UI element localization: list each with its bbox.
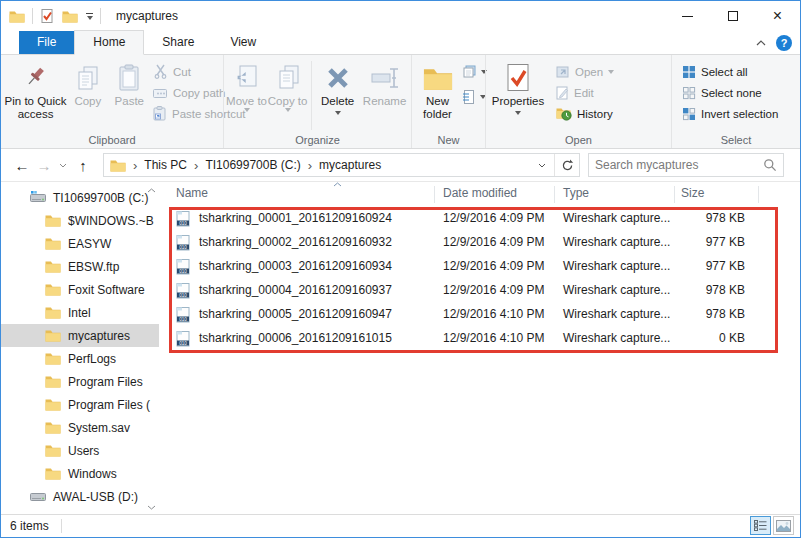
folder-icon [45,467,61,480]
up-button[interactable]: ↑ [71,158,95,173]
status-separator [61,519,62,533]
new-folder-quick-icon[interactable] [62,10,78,23]
scroll-down-icon[interactable] [147,505,156,510]
tab-share[interactable]: Share [144,31,212,54]
history-icon [556,106,572,121]
wireshark-file-icon [176,307,190,323]
tab-view[interactable]: View [212,31,274,54]
tab-home[interactable]: Home [74,30,144,55]
breadcrumb-separator: › [128,158,142,173]
address-dropdown-button[interactable] [530,154,554,176]
file-row[interactable]: tsharkring_00006_20161209161015 12/9/201… [159,327,800,351]
history-button[interactable]: History [554,103,666,124]
easy-access-icon [463,90,475,104]
file-list-pane: Name Date modified Type Size tsharkring_… [159,182,800,514]
sidebar-item-folder[interactable]: $WINDOWS.~B [1,209,159,232]
sidebar-item-folder[interactable]: EASYW [1,232,159,255]
breadcrumb-this-pc[interactable]: This PC [142,158,189,172]
sidebar-item-folder[interactable]: PerfLogs [1,347,159,370]
sidebar-item-folder[interactable]: EBSW.ftp [1,255,159,278]
search-box[interactable] [588,153,784,177]
large-icons-view-button[interactable] [773,516,794,535]
breadcrumb-mycaptures[interactable]: mycaptures [317,158,383,172]
sidebar-item-folder[interactable]: Program Files [1,370,159,393]
file-row[interactable]: tsharkring_00003_20161209160934 12/9/201… [159,255,800,279]
pin-to-quick-access-button[interactable]: Pin to Quick access [3,59,68,121]
search-input[interactable] [595,158,763,172]
ribbon-tab-bar: File Home Share View ? [1,31,800,55]
sidebar-item-folder[interactable]: System.sav [1,416,159,439]
invert-selection-button[interactable]: Invert selection [680,103,798,124]
chevron-down-icon [538,163,546,168]
collapse-ribbon-icon[interactable] [756,40,766,46]
sidebar-item-folder[interactable]: Users [1,439,159,462]
copy-path-icon [153,87,168,99]
system-drive-icon [30,191,46,204]
sidebar-item-folder[interactable]: Windows [1,462,159,485]
sidebar-item-folder[interactable]: Foxit Software [1,278,159,301]
column-header-date-modified[interactable]: Date modified [443,186,517,200]
select-all-button[interactable]: Select all [680,61,798,82]
window-title: mycaptures [116,9,178,23]
rename-button: Rename [360,59,409,108]
sort-ascending-icon [333,182,342,187]
address-box[interactable]: › This PC › TI10699700B (C:) › mycapture… [103,153,580,177]
sidebar-item-mycaptures[interactable]: mycaptures [1,324,159,347]
customize-qat-dropdown-icon[interactable] [86,13,93,20]
new-folder-button[interactable]: New folder [414,59,461,121]
titlebar-separator [100,8,101,24]
cut-button: Cut [151,61,221,82]
delete-button[interactable]: Delete [315,59,360,115]
new-item-button[interactable] [461,61,483,82]
properties-button[interactable]: Properties [488,59,548,115]
sidebar-item-folder[interactable]: Program Files ( [1,393,159,416]
sidebar-item-drive-c[interactable]: TI10699700B (C:) [1,186,159,209]
maximize-button[interactable] [710,1,755,31]
sidebar-item-folder[interactable]: Intel [1,301,159,324]
help-icon[interactable]: ? [776,35,792,51]
close-button[interactable]: × [755,1,800,31]
minimize-button[interactable] [665,1,710,31]
move-to-button: Move to [226,59,267,112]
organize-separator [311,61,312,130]
refresh-icon [561,159,574,172]
navigation-pane: TI10699700B (C:) $WINDOWS.~B EASYW EBSW.… [1,182,159,514]
drive-icon [30,490,46,503]
column-header-size[interactable]: Size [681,186,704,200]
copy-to-icon [274,61,302,95]
details-view-button[interactable] [750,516,771,535]
file-row[interactable]: tsharkring_00001_20161209160924 12/9/201… [159,207,800,231]
invert-selection-icon [682,107,696,121]
recent-locations-button[interactable] [55,163,71,168]
address-bar: ← → ↑ › This PC › TI10699700B (C:) › myc… [1,149,800,182]
folder-icon [45,375,61,388]
breadcrumb-drive-c[interactable]: TI10699700B (C:) [203,158,302,172]
folder-icon [45,421,61,434]
tab-file[interactable]: File [19,31,74,54]
wireshark-file-icon [176,331,190,347]
back-button[interactable]: ← [11,158,33,173]
file-row[interactable]: tsharkring_00002_20161209160932 12/9/201… [159,231,800,255]
column-headers: Name Date modified Type Size [159,182,800,206]
open-button: Open [554,61,666,82]
folder-icon [45,352,61,365]
up-icon: ↑ [79,158,87,173]
ribbon: Pin to Quick access Copy [1,55,800,149]
refresh-button[interactable] [555,154,579,176]
file-row[interactable]: tsharkring_00004_20161209160937 12/9/201… [159,279,800,303]
file-row[interactable]: tsharkring_00005_20161209160947 12/9/201… [159,303,800,327]
properties-quick-icon[interactable] [40,9,54,23]
details-view-icon [754,520,767,531]
select-none-button[interactable]: Select none [680,82,798,103]
easy-access-button[interactable] [461,86,483,107]
forward-icon: → [37,158,52,173]
column-header-name[interactable]: Name [176,186,208,200]
paste-icon [116,61,142,95]
sidebar-item-drive-d[interactable]: AWAL-USB (D:) [1,485,159,508]
new-folder-icon [423,61,453,95]
new-item-icon [463,65,476,78]
copy-button: Copy [68,59,107,108]
column-header-type[interactable]: Type [563,186,589,200]
search-icon[interactable] [763,158,777,172]
scroll-up-icon[interactable] [147,188,156,193]
